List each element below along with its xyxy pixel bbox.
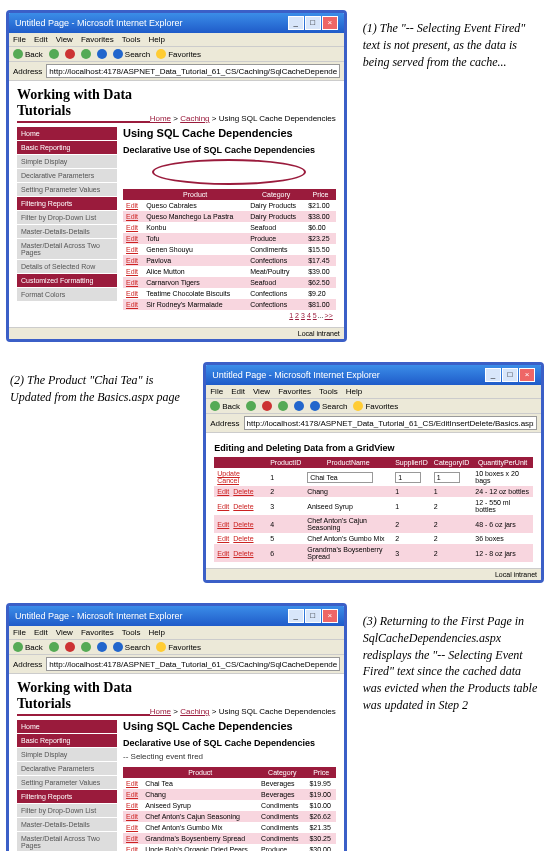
edit-link[interactable]: Edit [126, 235, 138, 242]
bc-caching[interactable]: Caching [180, 114, 209, 123]
delete-link[interactable]: Delete [233, 550, 253, 557]
main-heading: Using SQL Cache Dependencies [123, 127, 336, 139]
menu-favorites[interactable]: Favorites [81, 35, 114, 44]
edit-link[interactable]: Edit [126, 202, 138, 209]
menu-file[interactable]: File [13, 35, 26, 44]
page-title: Working with Data Tutorials [17, 87, 150, 123]
edit-link[interactable]: Edit [126, 224, 138, 231]
nav-md2p[interactable]: Master/Detail Across Two Pages [17, 239, 117, 259]
edit-link[interactable]: Edit [126, 279, 138, 286]
screenshot-1: Untitled Page - Microsoft Internet Explo… [6, 10, 347, 342]
toolbar: BackSearchFavorites [9, 47, 344, 62]
address-input[interactable] [244, 416, 537, 430]
edit-link[interactable]: Edit [126, 824, 138, 831]
nav-ddl[interactable]: Filter by Drop-Down List [17, 211, 117, 224]
menu-help[interactable]: Help [148, 35, 164, 44]
edit-link[interactable]: Edit [126, 835, 138, 842]
forward-icon[interactable] [49, 49, 59, 59]
nav-mdd[interactable]: Master-Details-Details [17, 225, 117, 238]
star-icon [156, 49, 166, 59]
edit-link[interactable]: Edit [217, 535, 229, 542]
table-row: EditPavlovaConfections$17.45 [123, 255, 336, 266]
nav-details-row[interactable]: Details of Selected Row [17, 260, 117, 273]
back-button[interactable]: Back [13, 49, 43, 59]
maximize-button[interactable]: □ [305, 16, 321, 30]
edit-link[interactable]: Edit [217, 488, 229, 495]
edit-link[interactable]: Edit [126, 213, 138, 220]
menubar: FileEditViewFavoritesToolsHelp [9, 33, 344, 47]
address-input[interactable] [46, 64, 339, 78]
nav-basic-reporting[interactable]: Basic Reporting [17, 141, 117, 154]
edit-heading: Editing and Deleting Data from a GridVie… [214, 443, 533, 453]
table-row: EditDelete2Chang1124 - 12 oz bottles [214, 486, 533, 497]
back-icon [13, 49, 23, 59]
edit-link[interactable]: Edit [126, 301, 138, 308]
edit-grid: ProductIDProductNameSupplierIDCategoryID… [214, 457, 533, 562]
refresh-icon[interactable] [81, 49, 91, 59]
edit-link[interactable]: Edit [126, 802, 138, 809]
close-button[interactable]: × [322, 16, 338, 30]
table-row: EditDelete3Aniseed Syrup1212 - 550 ml bo… [214, 497, 533, 515]
nav-format-colors[interactable]: Format Colors [17, 288, 117, 301]
table-row: EditKonbuSeafood$6.00 [123, 222, 336, 233]
stop-icon[interactable] [65, 49, 75, 59]
nav-customized-formatting[interactable]: Customized Formatting [17, 274, 117, 287]
edit-link[interactable]: Edit [126, 290, 138, 297]
nav-declarative-params[interactable]: Declarative Parameters [17, 169, 117, 182]
nav-home[interactable]: Home [17, 127, 117, 140]
name-input[interactable] [307, 472, 373, 483]
sid-input[interactable] [395, 472, 421, 483]
edit-link[interactable]: Edit [126, 246, 138, 253]
edit-link[interactable]: Edit [217, 550, 229, 557]
edit-link[interactable]: Edit [126, 257, 138, 264]
delete-link[interactable]: Delete [233, 488, 253, 495]
edit-link[interactable]: Edit [126, 268, 138, 275]
edit-link[interactable]: Edit [126, 780, 138, 787]
address-bar: Address [9, 62, 344, 81]
minimize-button[interactable]: _ [288, 16, 304, 30]
edit-link[interactable]: Edit [126, 846, 138, 851]
delete-link[interactable]: Delete [233, 503, 253, 510]
menu-view[interactable]: View [56, 35, 73, 44]
screenshot-2: Untitled Page - Microsoft Internet Explo… [203, 362, 544, 583]
address-label: Address [13, 67, 42, 76]
delete-link[interactable]: Delete [233, 521, 253, 528]
bc-home[interactable]: Home [150, 114, 171, 123]
nav-setting-params[interactable]: Setting Parameter Values [17, 183, 117, 196]
menu-edit[interactable]: Edit [34, 35, 48, 44]
nav-simple-display[interactable]: Simple Display [17, 155, 117, 168]
caption-3: (3) Returning to the First Page in SqlCa… [353, 593, 550, 734]
table-row: EditChef Anton's Cajun SeasoningCondimen… [123, 811, 336, 822]
status-bar: Local intranet [9, 327, 344, 339]
update-link[interactable]: Update [217, 470, 240, 477]
search-button[interactable]: Search [113, 49, 150, 59]
edit-link[interactable]: Edit [217, 503, 229, 510]
table-row-editing: Update Cancel110 boxes x 20 bags [214, 468, 533, 486]
home-icon[interactable] [97, 49, 107, 59]
edit-link[interactable]: Edit [126, 813, 138, 820]
table-row: EditDelete4Chef Anton's Cajun Seasoning2… [214, 515, 533, 533]
window-buttons: _□× [287, 16, 338, 30]
table-row: EditChai TeaBeverages$19.95 [123, 778, 336, 789]
screenshot-3: Untitled Page - Microsoft Internet Explo… [6, 603, 347, 851]
table-row: EditCarnarvon TigersSeafood$62.50 [123, 277, 336, 288]
highlight-ellipse [152, 159, 306, 185]
table-row: EditChangBeverages$19.00 [123, 789, 336, 800]
table-row: EditDelete6Grandma's Boysenberry Spread3… [214, 544, 533, 562]
cancel-link[interactable]: Cancel [217, 477, 239, 484]
delete-link[interactable]: Delete [233, 535, 253, 542]
sidebar: Home Basic Reporting Simple Display Decl… [17, 127, 117, 321]
edit-link[interactable]: Edit [126, 791, 138, 798]
products-grid: ProductCategoryPriceEditQueso CabralesDa… [123, 189, 336, 310]
table-row: EditGenen ShouyuCondiments$15.50 [123, 244, 336, 255]
address-input[interactable] [46, 657, 339, 671]
nav-filtering-reports[interactable]: Filtering Reports [17, 197, 117, 210]
edit-link[interactable]: Edit [217, 521, 229, 528]
sidebar: Home Basic Reporting Simple Display Decl… [17, 720, 117, 851]
bc-leaf: Using SQL Cache Dependencies [219, 114, 336, 123]
cid-input[interactable] [434, 472, 460, 483]
table-row: EditQueso Manchego La PastraDairy Produc… [123, 211, 336, 222]
favorites-button[interactable]: Favorites [156, 49, 201, 59]
event-fired-text: -- Selecting event fired [123, 752, 336, 761]
menu-tools[interactable]: Tools [122, 35, 141, 44]
